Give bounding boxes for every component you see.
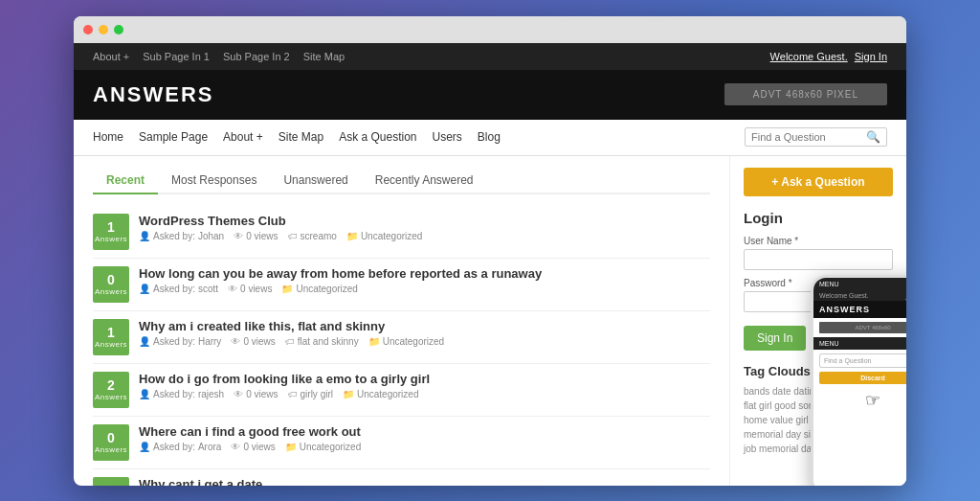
answer-badge-2: 1 Answers [93,319,129,355]
tabs: Recent Most Responses Unanswered Recentl… [93,168,710,194]
top-bar-right: Welcome Guest. Sign In [770,51,887,62]
answer-badge-4: 0 Answers [93,424,129,461]
tab-recent[interactable]: Recent [93,168,158,194]
phone-menu-label2: MENU [819,340,839,347]
main-nav: Home Sample Page About + Site Map Ask a … [74,120,906,156]
close-dot[interactable] [83,25,93,34]
question-info-3: How do i go from looking like a emo to a… [139,372,710,399]
tab-recently-answered[interactable]: Recently Answered [362,168,487,194]
site-logo: ANSWERS [93,82,213,107]
top-bar: About + Sub Page In 1 Sub Page In 2 Site… [74,43,906,70]
signin-button[interactable]: Sign In [744,326,806,351]
maximize-dot[interactable] [114,25,123,34]
phone-welcome-bar: Welcome Guest. Sign in [813,290,906,301]
question-meta-1: 👤 Asked by: scott 👁 0 views 📁 Uncategori… [139,284,710,294]
tab-most-responses[interactable]: Most Responses [158,168,270,194]
question-meta-4: 👤 Asked by: Arora 👁 0 views 📁 Uncategori… [139,442,710,452]
question-info-1: How long can you be away from home befor… [139,266,710,294]
phone-search-bar[interactable]: Find a Question 🔍 [819,353,906,368]
phone-ad: ADVT 468x60 [819,322,906,333]
top-nav-about[interactable]: About + [93,51,129,62]
question-title-3[interactable]: How do i go from looking like a emo to a… [139,372,710,386]
question-title-5[interactable]: Why cant i get a date [139,477,710,486]
top-nav-subpage1[interactable]: Sub Page In 1 [143,51,210,62]
search-box[interactable]: 🔍 [745,127,887,147]
phone-ask-button: Discard [819,372,906,384]
table-row: 0 Answers Where can i find a good free w… [93,417,710,469]
phone-search-placeholder: Find a Question [824,357,906,364]
main-nav-links: Home Sample Page About + Site Map Ask a … [93,130,501,144]
phone-mockup: MENU ≡ Welcome Guest. Sign in ANSWERS AD… [811,275,906,486]
content-area: Recent Most Responses Unanswered Recentl… [74,156,906,486]
table-row: 2 Answers How do i go from looking like … [93,364,710,417]
question-title-4[interactable]: Where can i find a good free work out [139,424,710,439]
welcome-text: Welcome Guest. [770,51,848,62]
phone-screen: MENU ≡ Welcome Guest. Sign in ANSWERS AD… [813,278,906,486]
question-list: 1 Answers WordPress Themes Club 👤 Asked … [93,206,710,486]
site-header: ANSWERS ADVT 468x60 PIXEL [74,70,906,120]
top-bar-links: About + Sub Page In 1 Sub Page In 2 Site… [93,51,345,62]
nav-ask[interactable]: Ask a Question [339,130,416,144]
question-info-2: Why am i created like this, flat and ski… [139,319,710,347]
phone-menu-label: MENU [819,281,839,287]
nav-blog[interactable]: Blog [478,130,501,144]
question-info-5: Why cant i get a date 👤 Asked by: Arora … [139,477,710,486]
phone-nav-bar: MENU ≡ [813,337,906,350]
top-nav-sitemap[interactable]: Site Map [303,51,345,62]
question-info-4: Where can i find a good free work out 👤 … [139,424,710,452]
top-nav-subpage2[interactable]: Sub Page In 2 [223,51,290,62]
table-row: 0 Answers Why cant i get a date 👤 Asked … [93,469,710,486]
nav-about[interactable]: About + [223,130,263,144]
question-meta-0: 👤 Asked by: Johan 👁 0 views 🏷 screamo 📁 … [139,231,710,241]
phone-header: ANSWERS [813,301,906,318]
answer-badge-1: 0 Answers [93,266,129,303]
question-meta-2: 👤 Asked by: Harry 👁 0 views 🏷 flat and s… [139,336,710,347]
question-meta-3: 👤 Asked by: rajesh 👁 0 views 🏷 girly gir… [139,389,710,399]
nav-users[interactable]: Users [433,130,462,144]
question-info-0: WordPress Themes Club 👤 Asked by: Johan … [139,214,710,241]
ad-banner: ADVT 468x60 PIXEL [724,83,887,105]
question-title-2[interactable]: Why am i created like this, flat and ski… [139,319,710,333]
question-title-0[interactable]: WordPress Themes Club [139,214,710,228]
tab-unanswered[interactable]: Unanswered [270,168,361,194]
answer-badge-3: 2 Answers [93,372,129,408]
phone-welcome-text: Welcome Guest. [819,292,869,299]
browser-chrome [74,16,906,43]
nav-home[interactable]: Home [93,130,123,144]
username-label: User Name * [744,236,893,246]
ask-question-button[interactable]: + Ask a Question [744,168,893,196]
table-row: 1 Answers Why am i created like this, fl… [93,311,710,364]
browser-window: About + Sub Page In 1 Sub Page In 2 Site… [74,16,906,486]
minimize-dot[interactable] [99,25,108,34]
table-row: 1 Answers WordPress Themes Club 👤 Asked … [93,206,710,259]
username-input[interactable] [744,249,893,270]
question-title-1[interactable]: How long can you be away from home befor… [139,266,710,281]
phone-hand-icon: ☞ [813,390,906,411]
main-content: Recent Most Responses Unanswered Recentl… [74,156,729,486]
login-title: Login [744,210,893,226]
username-field: User Name * [744,236,893,270]
nav-sitemap[interactable]: Site Map [278,130,323,144]
search-input[interactable] [751,131,866,143]
phone-logo: ANSWERS [819,305,906,314]
nav-sample[interactable]: Sample Page [139,130,208,144]
sign-in-link[interactable]: Sign In [855,51,887,62]
table-row: 0 Answers How long can you be away from … [93,259,710,311]
search-icon: 🔍 [866,130,880,144]
answer-badge-5: 0 Answers [93,477,129,486]
phone-top-bar: MENU ≡ [813,278,906,290]
answer-badge-0: 1 Answers [93,214,129,250]
